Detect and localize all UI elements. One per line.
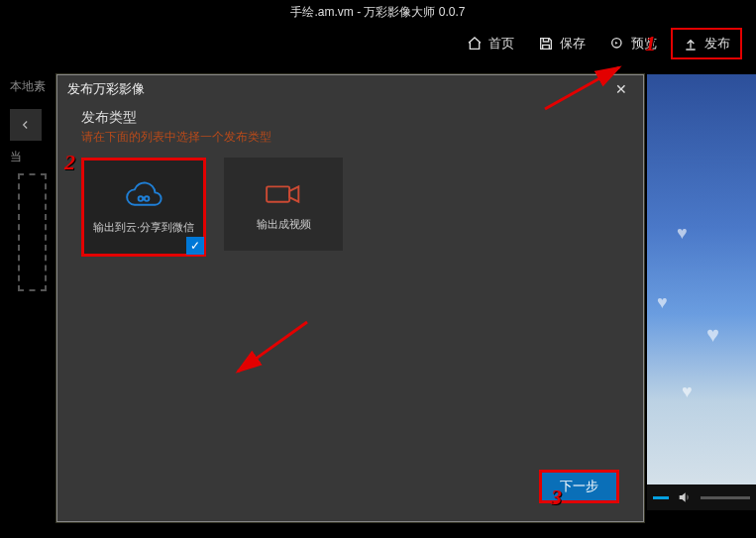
- close-icon[interactable]: ✕: [609, 79, 633, 99]
- publish-button[interactable]: 发布: [671, 28, 742, 59]
- marker-2: 2: [64, 150, 75, 175]
- section-title: 发布类型: [57, 103, 643, 129]
- volume-icon[interactable]: [677, 489, 693, 505]
- video-icon: [261, 177, 306, 211]
- back-button[interactable]: [10, 109, 42, 141]
- side-panel: 本地素 当: [0, 74, 59, 169]
- publish-label: 发布: [704, 35, 730, 53]
- marker-1: 1: [645, 31, 656, 56]
- option-video-label: 输出成视频: [257, 217, 311, 232]
- window-title: 手绘.am.vm - 万彩影像大师 0.0.7: [0, 0, 756, 24]
- home-button[interactable]: 首页: [457, 30, 524, 57]
- dialog-titlebar: 发布万彩影像 ✕: [57, 75, 643, 103]
- side-label-current: 当: [0, 145, 59, 169]
- svg-rect-3: [267, 186, 289, 201]
- svg-point-2: [145, 196, 150, 201]
- side-label-local: 本地素: [0, 74, 59, 99]
- svg-point-1: [139, 196, 144, 201]
- upload-icon: [683, 36, 699, 52]
- save-button[interactable]: 保存: [528, 30, 595, 57]
- volume-track[interactable]: [701, 496, 750, 499]
- marker-3: 3: [551, 484, 562, 510]
- preview-icon: [609, 36, 625, 52]
- arrow-left-icon: [19, 118, 33, 132]
- home-label: 首页: [488, 35, 514, 53]
- option-video[interactable]: 输出成视频: [224, 158, 343, 251]
- home-icon: [467, 36, 483, 52]
- drop-area[interactable]: [18, 173, 47, 291]
- cloud-icon: [121, 180, 166, 214]
- progress-track[interactable]: [653, 496, 669, 499]
- check-icon: ✓: [186, 237, 204, 255]
- options-row: 输出到云·分享到微信 ✓ 输出成视频: [57, 154, 643, 261]
- dialog-title: 发布万彩影像: [67, 80, 145, 98]
- section-hint: 请在下面的列表中选择一个发布类型: [57, 129, 643, 154]
- publish-dialog: 发布万彩影像 ✕ 发布类型 请在下面的列表中选择一个发布类型 输出到云·分享到微…: [56, 74, 644, 522]
- preview-area: ♥ ♥ ♥ ♥: [647, 74, 756, 510]
- option-cloud-label: 输出到云·分享到微信: [93, 220, 194, 235]
- preview-button[interactable]: 预览: [599, 30, 667, 57]
- save-icon: [538, 36, 554, 52]
- player-bar: [647, 484, 756, 510]
- main-toolbar: 首页 保存 预览 发布: [0, 24, 756, 63]
- save-label: 保存: [560, 35, 586, 53]
- option-cloud[interactable]: 输出到云·分享到微信 ✓: [81, 158, 206, 257]
